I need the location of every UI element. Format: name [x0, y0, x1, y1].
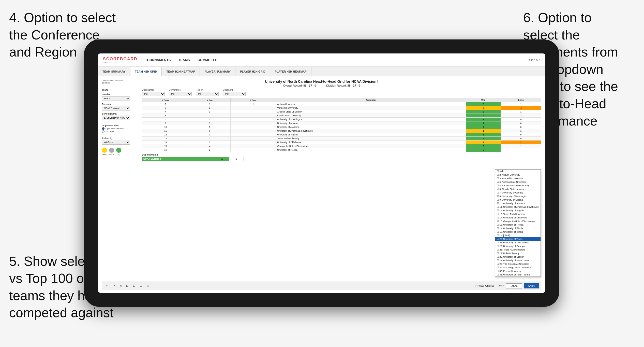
dropdown-item[interactable]: ☑ 14. University of Oklahoma — [495, 216, 541, 219]
filter-row: Opponents: (All) Conference (All) — [142, 89, 541, 96]
subnav-team-summary[interactable]: TEAM SUMMARY — [98, 67, 130, 76]
cell-conf — [231, 129, 276, 133]
cell-loss: 0 — [501, 125, 541, 129]
dropdown-item[interactable]: ☐ 23. Texas A&M University — [495, 248, 541, 252]
toolbar-undo[interactable]: ↩ — [104, 284, 109, 288]
dropdown-item[interactable]: ☐ 5. Kennesaw State University — [495, 184, 541, 187]
dropdown-item[interactable]: ☐ 19. [blank] — [495, 234, 541, 237]
dropdown-item[interactable]: ☑ 12. University of Virginia — [495, 209, 541, 212]
cell-rank: 11 — [142, 129, 189, 133]
dropdown-item[interactable]: ☐ 3. Vanderbilt University — [495, 177, 541, 180]
dropdown-item[interactable]: ☑ 4. Arizona State University — [495, 180, 541, 184]
dropdown-item[interactable]: ☐ 22. University of Georgia — [495, 244, 541, 248]
dropdown-item[interactable]: ☐ 25. University of Oregon — [495, 255, 541, 259]
colour-by-select[interactable]: Win/loss — [102, 140, 130, 145]
gender-select[interactable]: Men's — [102, 96, 130, 101]
table-row: 15 4 Georgia Institute of Technology 5 1 — [142, 144, 541, 148]
legend-up-circle — [116, 148, 121, 153]
cell-rag: 2 — [189, 106, 231, 110]
dropdown-item[interactable]: ☐ 7. University of Georgia — [495, 191, 541, 195]
cell-loss: 0 — [501, 121, 541, 125]
dropdown-item[interactable]: ☑ 10. University of Alabama — [495, 202, 541, 205]
out-of-division-table: NCAA Division II 1 0 — [142, 157, 244, 161]
dropdown-item[interactable]: ☐ 13. Texas Tech University — [495, 212, 541, 216]
cell-conf — [231, 141, 276, 144]
conference-filter: Conference (All) — [169, 89, 192, 96]
logo: SCOREBOARD Powered by Road — [103, 57, 138, 63]
cell-opponent: Georgia Institute of Technology — [276, 144, 466, 148]
cell-win: 2 — [466, 141, 501, 144]
radio-top100[interactable]: Top 100 — [102, 130, 139, 133]
table-row: 4 1 Arizona State University 5 1 — [142, 110, 541, 114]
cell-loss: 1 — [501, 129, 541, 133]
dropdown-item[interactable]: ☐ 28. The Ohio State University — [495, 262, 541, 266]
opponents-filter: Opponents: (All) — [142, 89, 165, 96]
cell-opponent: University of Virginia — [276, 133, 466, 137]
cell-conf — [231, 110, 276, 114]
opponent-filter-label: Opponent — [223, 89, 246, 91]
colour-by-section: Colour by Win/loss — [102, 137, 139, 145]
legend-down: Down — [102, 148, 107, 156]
toolbar-grid[interactable]: ⊞ — [125, 284, 130, 288]
radio-opponents-played[interactable]: Opponents Played — [102, 127, 139, 130]
toolbar-back[interactable]: ◁ — [118, 284, 123, 288]
cell-opponent: University of Oklahoma — [276, 141, 466, 144]
cell-rank: 15 — [142, 144, 189, 148]
subnav-team-h2h-grid[interactable]: TEAM H2H GRID — [130, 67, 162, 76]
cell-rag: 2 — [189, 141, 231, 144]
dropdown-item[interactable]: ☐ 27. University of Notre Dame — [495, 259, 541, 262]
report-header: Last Updated: 4/7/2024 16:55:38 Universi… — [102, 79, 541, 87]
dropdown-item[interactable]: ☐ 21. University of New Mexico — [495, 241, 541, 244]
toolbar-clock[interactable]: ⏱ — [145, 284, 151, 288]
dropdown-item[interactable]: ☐ 29. San Diego State University — [495, 266, 541, 269]
subnav-team-h2h-heatmap[interactable]: TEAM H2H HEATMAP — [162, 67, 200, 76]
col-rag: # Rag — [189, 98, 231, 102]
subnav-player-h2h-grid[interactable]: PLAYER H2H GRID — [235, 67, 270, 76]
cell-conf: 1 — [231, 102, 276, 106]
table-scroll[interactable]: # Rank # Rag # Conf Opponent Win Loss 2 — [142, 98, 541, 282]
cell-opponent: Vanderbilt University — [276, 106, 466, 110]
subnav-player-summary[interactable]: PLAYER SUMMARY — [200, 67, 235, 76]
toolbar-redo[interactable]: ↪ — [111, 284, 116, 288]
table-row: 2 1 1 Auburn University 2 1 — [142, 102, 541, 106]
team-section: Team — [102, 89, 139, 91]
dropdown-item[interactable]: ☑ 20. University of Texas — [495, 237, 541, 241]
dropdown-item[interactable]: ☑ 6. Florida State University — [495, 187, 541, 191]
dropdown-item[interactable]: ☐ 17. University of Illinois — [495, 227, 541, 230]
cell-win: 3 — [466, 125, 501, 129]
toolbar-dash[interactable]: ⊟ — [132, 284, 137, 288]
cell-opponent: Arizona State University — [276, 110, 466, 114]
opponent-dropdown-overlay[interactable]: ☐ (All)☑ 2. Auburn University☐ 3. Vander… — [495, 169, 541, 277]
gender-label: Gender — [102, 93, 139, 96]
school-select[interactable]: 1. University of Nort... — [102, 116, 130, 120]
dropdown-item[interactable]: ☐ (All) — [495, 170, 541, 173]
opponent-filter-select[interactable]: (All) — [223, 92, 246, 96]
dropdown-item[interactable]: ☑ 2. Auburn University — [495, 173, 541, 177]
signout-link[interactable]: Sign out — [529, 58, 540, 62]
conference-filter-select[interactable]: (All) — [169, 92, 192, 96]
opponents-filter-select[interactable]: (All) — [142, 92, 165, 96]
nav-tournaments[interactable]: TOURNAMENTS — [145, 57, 171, 63]
dropdown-item[interactable]: ☐ 18. University of Illinois — [495, 230, 541, 234]
dropdown-item[interactable]: ☐ 16. University of Florida — [495, 223, 541, 227]
apply-button[interactable]: Apply — [524, 283, 539, 288]
dropdown-item[interactable]: ☐ 24. Duke University — [495, 252, 541, 255]
dropdown-item[interactable]: ☐ 9. University of Arizona — [495, 198, 541, 202]
dropdown-item[interactable]: ☑ 15. Georgia Institute of Technology — [495, 219, 541, 223]
cancel-button[interactable]: Cancel — [506, 283, 522, 288]
division-select[interactable]: NCAA Division I — [102, 106, 130, 110]
dropdown-item[interactable]: ☐ 30. Purdue University — [495, 269, 541, 273]
cell-win: 5 — [466, 148, 501, 152]
toolbar-layout[interactable]: ⊡ — [139, 284, 143, 288]
table-row: 16 2 University of Florida 5 — [142, 148, 541, 152]
main-content: Last Updated: 4/7/2024 16:55:38 Universi… — [98, 76, 545, 293]
legend-down-label: Down — [102, 153, 107, 156]
nav-committee[interactable]: COMMITTEE — [198, 57, 217, 63]
region-filter-select[interactable]: (All) — [196, 92, 219, 96]
nav-teams[interactable]: TEAMS — [178, 57, 190, 63]
subnav-player-h2h-heatmap[interactable]: PLAYER H2H HEATMAP — [270, 67, 311, 76]
table-row: 3 2 Vanderbilt University 0 4 — [142, 106, 541, 110]
dropdown-item[interactable]: ☐ 11. University of Arkansas, Fayettevil… — [495, 205, 541, 209]
dropdown-item[interactable]: ☑ 8. University of Washington — [495, 195, 541, 198]
dropdown-item[interactable]: ☐ 31. University of North Florida — [495, 273, 541, 276]
